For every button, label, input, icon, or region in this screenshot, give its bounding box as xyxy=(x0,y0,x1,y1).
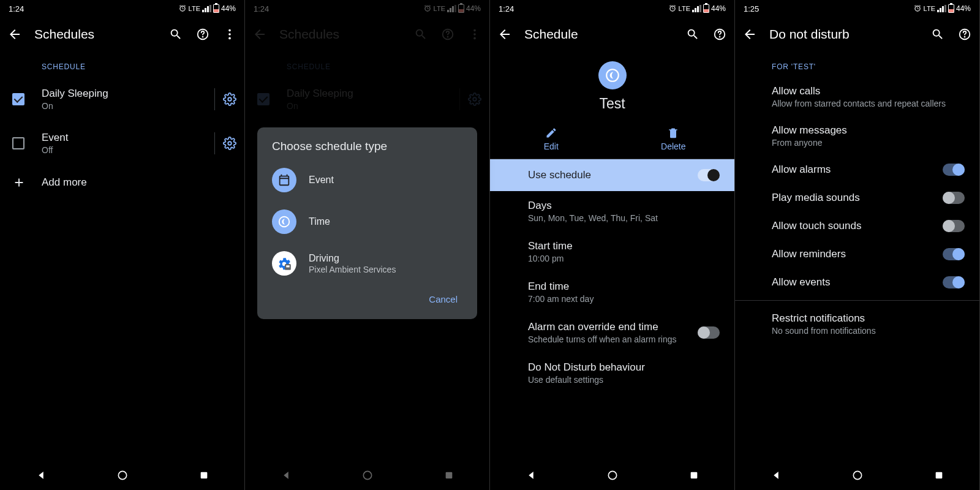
alarm-override-row[interactable]: Alarm can override end time Schedule tur… xyxy=(490,312,734,353)
signal-icon xyxy=(202,5,211,12)
overflow-button[interactable] xyxy=(222,27,237,42)
end-time-row[interactable]: End time 7:00 am next day xyxy=(490,272,734,312)
days-row[interactable]: Days Sun, Mon, Tue, Wed, Thu, Fri, Sat xyxy=(490,191,734,232)
search-button[interactable] xyxy=(930,27,945,42)
row-title: Allow calls xyxy=(772,85,965,97)
touch-sounds-switch[interactable] xyxy=(943,220,965,232)
cancel-button[interactable]: Cancel xyxy=(421,289,465,309)
edit-label: Edit xyxy=(544,141,559,151)
play-media-switch[interactable] xyxy=(943,192,965,204)
row-sub: 7:00 am next day xyxy=(528,294,720,304)
row-sub: No sound from notifications xyxy=(772,326,965,336)
nav-recents[interactable] xyxy=(687,468,701,483)
screen-schedules: 1:24 LTE 44% Schedules SCHEDULE Daily Sl… xyxy=(0,0,245,490)
help-button[interactable] xyxy=(712,27,727,42)
restrict-notifications-row[interactable]: Restrict notifications No sound from not… xyxy=(735,304,979,344)
checkbox-event[interactable] xyxy=(12,137,24,149)
back-button[interactable] xyxy=(497,27,512,42)
schedule-item-event[interactable]: Event Off xyxy=(0,121,244,165)
page-title: Schedule xyxy=(524,27,673,42)
nav-bar xyxy=(490,461,734,490)
back-button[interactable] xyxy=(742,27,757,42)
play-media-row[interactable]: Play media sounds xyxy=(735,184,979,212)
nav-recents[interactable] xyxy=(197,468,211,483)
schedule-title: Daily Sleeping xyxy=(42,88,207,100)
alarm-icon xyxy=(178,4,187,13)
schedule-sub: On xyxy=(42,101,207,111)
alarm-override-switch[interactable] xyxy=(698,326,720,339)
use-schedule-switch[interactable] xyxy=(698,169,720,181)
add-more-button[interactable]: Add more xyxy=(0,165,244,200)
settings-button-event[interactable] xyxy=(222,136,237,151)
section-header-for-test: FOR 'TEST' xyxy=(735,51,979,77)
nav-back[interactable] xyxy=(524,468,538,483)
help-icon xyxy=(713,28,726,41)
allow-reminders-row[interactable]: Allow reminders xyxy=(735,240,979,268)
search-button[interactable] xyxy=(168,27,183,42)
row-title: Start time xyxy=(528,240,720,252)
allow-alarms-row[interactable]: Allow alarms xyxy=(735,156,979,184)
dnd-behaviour-row[interactable]: Do Not Disturb behaviour Use default set… xyxy=(490,353,734,393)
row-title: Alarm can override end time xyxy=(528,321,688,333)
svg-rect-25 xyxy=(690,472,697,479)
schedule-sub: Off xyxy=(42,145,207,155)
use-schedule-row[interactable]: Use schedule xyxy=(490,159,734,191)
search-button[interactable] xyxy=(685,27,700,42)
nav-home[interactable] xyxy=(605,468,620,483)
allow-alarms-switch[interactable] xyxy=(943,164,965,176)
app-bar: Schedule xyxy=(490,17,734,51)
status-time: 1:24 xyxy=(9,4,24,13)
alarm-icon xyxy=(668,4,677,13)
row-title: Allow messages xyxy=(772,124,965,137)
settings-button-daily-sleeping[interactable] xyxy=(222,92,237,107)
option-label: Time xyxy=(309,216,330,227)
row-title: Restrict notifications xyxy=(772,312,965,325)
delete-label: Delete xyxy=(661,141,685,151)
add-more-label: Add more xyxy=(42,176,237,189)
gear-icon xyxy=(223,137,236,150)
schedule-item-daily-sleeping[interactable]: Daily Sleeping On xyxy=(0,77,244,121)
svg-point-2 xyxy=(228,29,231,32)
allow-reminders-switch[interactable] xyxy=(943,248,965,260)
touch-sounds-row[interactable]: Allow touch sounds xyxy=(735,212,979,240)
status-lte: LTE xyxy=(189,5,200,12)
svg-point-28 xyxy=(853,471,861,479)
battery-icon xyxy=(213,4,219,13)
svg-rect-8 xyxy=(200,472,207,479)
allow-calls-row[interactable]: Allow calls Allow from starred contacts … xyxy=(735,77,979,116)
dialog-option-time[interactable]: Time xyxy=(257,201,477,243)
help-button[interactable] xyxy=(957,27,972,42)
row-sub: 10:00 pm xyxy=(528,254,720,263)
dialog-option-driving[interactable]: Driving Pixel Ambient Services xyxy=(257,243,477,284)
screen-schedules-dialog: 1:24 LTE 44% Schedules SCHEDULE Daily Sl… xyxy=(245,0,490,490)
svg-point-4 xyxy=(228,37,231,40)
nav-back[interactable] xyxy=(34,468,48,483)
dialog-option-event[interactable]: Event xyxy=(257,159,477,201)
status-battery: 44% xyxy=(221,4,236,13)
page-title: Schedules xyxy=(34,27,156,42)
delete-button[interactable]: Delete xyxy=(612,121,735,159)
signal-icon xyxy=(937,5,946,12)
edit-button[interactable]: Edit xyxy=(490,121,612,159)
checkbox-daily-sleeping[interactable] xyxy=(12,93,24,105)
svg-point-17 xyxy=(279,217,290,227)
nav-back[interactable] xyxy=(769,468,783,483)
nav-home[interactable] xyxy=(850,468,865,483)
status-bar: 1:25 LTE 44% xyxy=(735,0,979,17)
help-button[interactable] xyxy=(195,27,210,42)
back-button[interactable] xyxy=(7,27,22,42)
svg-point-22 xyxy=(720,37,720,37)
status-time: 1:25 xyxy=(744,4,759,13)
allow-messages-row[interactable]: Allow messages From anyone xyxy=(735,116,979,156)
nav-home[interactable] xyxy=(115,468,130,483)
nav-recents[interactable] xyxy=(932,468,946,483)
app-bar: Schedules xyxy=(0,17,244,51)
search-icon xyxy=(686,28,699,41)
use-schedule-label: Use schedule xyxy=(528,169,591,181)
allow-events-switch[interactable] xyxy=(943,276,965,288)
status-bar: 1:24 LTE 44% xyxy=(490,0,734,17)
search-icon xyxy=(169,28,183,41)
allow-events-row[interactable]: Allow events xyxy=(735,268,979,296)
start-time-row[interactable]: Start time 10:00 pm xyxy=(490,232,734,272)
signal-icon xyxy=(692,5,701,12)
